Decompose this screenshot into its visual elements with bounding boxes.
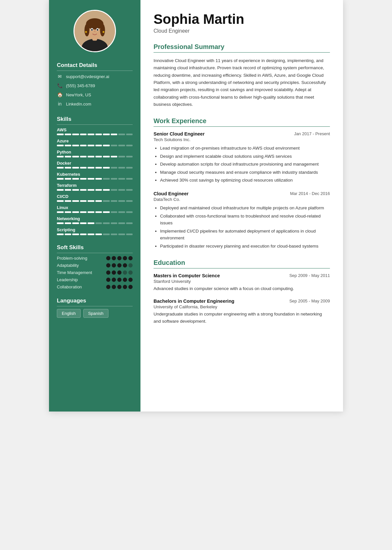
skill-bar-empty (118, 211, 125, 213)
skill-bar-filled (80, 189, 87, 191)
skill-bar-empty (111, 145, 118, 146)
skill-bar-empty (118, 222, 125, 224)
skill-bar-filled (95, 134, 102, 135)
skill-bar-empty (118, 145, 125, 146)
avatar (74, 10, 116, 52)
skill-bar-filled (95, 234, 102, 235)
skills-title: Skills (57, 116, 133, 125)
dot-empty (128, 270, 133, 275)
dot-filled (106, 278, 110, 282)
skill-bar-filled (95, 167, 102, 169)
dots-container (106, 263, 133, 267)
skill-bar-filled (103, 145, 110, 146)
skill-bar-empty (118, 167, 125, 169)
skills-container: AWS Azure Python Docker Kubernetes Terra… (57, 127, 133, 235)
skill-bar-filled (88, 134, 94, 135)
soft-skill-item: Adaptability (57, 263, 133, 268)
education-block: Masters in Computer Science Sep 2009 - M… (154, 273, 330, 292)
dot-filled (117, 278, 122, 282)
skill-bar-empty (126, 134, 133, 135)
dot-filled (106, 263, 110, 267)
job-header: Cloud Engineer Mar 2014 - Dec 2016 (154, 191, 330, 196)
soft-skill-name: Time Management (57, 270, 93, 275)
skill-bar-filled (65, 145, 72, 146)
skill-bar-filled (65, 156, 72, 157)
skill-name: Linux (57, 205, 133, 210)
skill-bar-filled (88, 167, 94, 169)
soft-skill-item: Problem-solving (57, 256, 133, 261)
education-container: Masters in Computer Science Sep 2009 - M… (154, 273, 330, 325)
contact-section: Contact Details ✉ support@cvdesigner.ai📞… (49, 62, 140, 110)
contact-items: ✉ support@cvdesigner.ai📞 (555) 345-6789🏠… (57, 73, 133, 107)
phone-icon: 📞 (57, 83, 63, 89)
dots-container (106, 256, 133, 260)
dots-container (106, 270, 133, 275)
dot-filled (106, 256, 110, 260)
main-content: Sophia Martin Cloud Engineer Professiona… (140, 0, 343, 412)
skill-bar-empty (111, 234, 118, 235)
skill-name: Azure (57, 138, 133, 143)
skill-bar-filled (72, 189, 79, 191)
skill-bar-container (57, 134, 133, 135)
soft-skills-container: Problem-solving Adaptability Time Manage… (57, 256, 133, 289)
skill-bar-empty (103, 200, 110, 202)
edu-degree: Masters in Computer Science (154, 273, 220, 278)
job-block: Cloud Engineer Mar 2014 - Dec 2016 DataT… (154, 191, 330, 250)
skill-item: Terraform (57, 183, 133, 191)
education-section-title: Education (154, 259, 330, 268)
skill-bar-filled (65, 222, 72, 224)
education-block: Bachelors in Computer Engineering Sep 20… (154, 299, 330, 325)
svg-point-10 (97, 29, 98, 31)
job-bullets: Deployed and maintained cloud infrastruc… (154, 204, 330, 250)
skill-bar-container (57, 156, 133, 157)
candidate-name: Sophia Martin (154, 12, 330, 27)
skill-item: Kubernetes (57, 172, 133, 180)
sidebar: Contact Details ✉ support@cvdesigner.ai📞… (49, 0, 140, 412)
skill-bar-empty (118, 134, 125, 135)
skill-bar-filled (65, 189, 72, 191)
dot-empty (123, 270, 127, 275)
skill-bar-filled (103, 189, 110, 191)
skill-item: Networking (57, 216, 133, 224)
skill-bar-filled (80, 211, 87, 213)
dots-container (106, 285, 133, 289)
skill-item: Scripting (57, 227, 133, 235)
dot-filled (128, 278, 133, 282)
dot-filled (112, 278, 116, 282)
dot-filled (112, 263, 116, 267)
job-bullets: Lead migration of on-premises infrastruc… (154, 145, 330, 184)
svg-point-11 (85, 31, 87, 33)
language-tag: Spanish (83, 309, 108, 318)
skill-name: CI/CD (57, 194, 133, 199)
skill-bar-filled (95, 200, 102, 202)
skill-bar-filled (95, 156, 102, 157)
job-bullet: Achieved 30% cost savings by optimizing … (160, 177, 330, 184)
dot-filled (123, 285, 127, 289)
skill-bar-empty (103, 178, 110, 180)
skill-bar-filled (103, 156, 110, 157)
skill-name: Docker (57, 161, 133, 166)
skill-bar-empty (118, 156, 125, 157)
edu-date: Sep 2009 - May 2011 (289, 273, 330, 278)
skill-bar-empty (111, 211, 118, 213)
job-bullet: Collaborated with cross-functional teams… (160, 213, 330, 227)
contact-text: support@cvdesigner.ai (66, 74, 109, 79)
soft-skill-name: Problem-solving (57, 256, 93, 261)
skill-bar-filled (88, 156, 94, 157)
skill-item: Docker (57, 161, 133, 169)
lang-tags: EnglishSpanish (57, 309, 133, 318)
skill-item: AWS (57, 127, 133, 135)
skill-bar-filled (57, 234, 64, 235)
skill-bar-filled (57, 200, 64, 202)
dot-filled (123, 278, 127, 282)
job-header: Senior Cloud Engineer Jan 2017 - Present (154, 131, 330, 137)
job-bullet: Participated in disaster recovery planni… (160, 243, 330, 250)
skill-bar-filled (72, 134, 79, 135)
languages-section: Languages EnglishSpanish (49, 298, 140, 318)
skill-bar-filled (57, 189, 64, 191)
contact-item-email: ✉ support@cvdesigner.ai (57, 73, 133, 79)
jobs-container: Senior Cloud Engineer Jan 2017 - Present… (154, 131, 330, 250)
edu-desc: Advanced studies in computer science wit… (154, 285, 330, 292)
skill-bar-filled (80, 178, 87, 180)
skill-item: CI/CD (57, 194, 133, 202)
